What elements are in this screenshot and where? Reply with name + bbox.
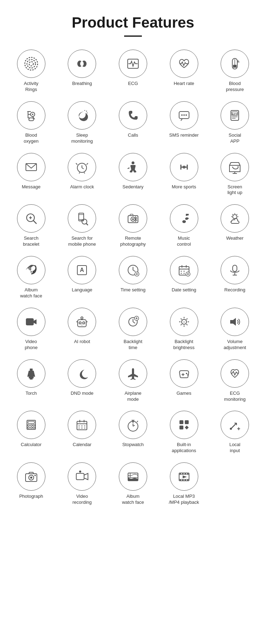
breathing-icon-circle	[68, 50, 96, 78]
weather-icon-circle	[221, 204, 249, 233]
search-mobile-phone-icon-circle	[68, 204, 96, 233]
svg-point-52	[132, 218, 134, 220]
page-title: Product Features	[72, 14, 194, 31]
svg-line-41	[33, 221, 37, 224]
svg-point-21	[185, 114, 187, 116]
feature-sms-reminder: SMS reminder	[160, 101, 208, 144]
calculator-label: Calculator	[21, 442, 42, 448]
feature-music-control: Musiccontrol	[160, 204, 208, 247]
svg-text:0: 0	[183, 321, 185, 323]
feature-ecg: ECG	[109, 50, 157, 93]
games-label: Games	[177, 391, 192, 397]
feature-airplane-mode: Airplanemode	[109, 359, 157, 403]
heart-rate-icon-circle	[170, 50, 198, 78]
feature-language: A Language	[58, 256, 106, 299]
sleep-monitoring-icon-circle	[68, 101, 96, 130]
video-recording-icon-circle	[68, 462, 96, 491]
features-grid: ActivityRings Breathing ECG	[7, 50, 259, 506]
svg-rect-144	[185, 420, 189, 424]
svg-rect-123	[28, 427, 29, 428]
weather-label: Weather	[226, 235, 244, 241]
feature-local-input: Localinput	[211, 411, 259, 454]
svg-rect-160	[180, 473, 181, 474]
ecg-label: ECG	[128, 81, 138, 87]
svg-rect-110	[30, 369, 33, 371]
svg-point-146	[230, 428, 232, 430]
screen-light-up-label: Screenlight up	[227, 184, 242, 196]
video-phone-label: Videophone	[25, 339, 38, 351]
feature-heart-rate: Heart rate	[160, 50, 208, 93]
svg-point-87	[83, 322, 85, 324]
recording-icon-circle	[221, 256, 249, 284]
music-control-label: Musiccontrol	[177, 235, 191, 247]
svg-rect-112	[29, 377, 34, 378]
feature-dnd-mode: DND mode	[58, 359, 106, 403]
svg-rect-143	[179, 420, 183, 424]
ecg-monitoring-icon-circle	[221, 359, 249, 388]
local-mp3-mp4-label: Local MP3/MP4 playback	[169, 494, 199, 506]
calendar-label: Calendar	[73, 442, 92, 448]
feature-games: Games	[160, 359, 208, 403]
ecg-icon-circle	[119, 50, 147, 78]
feature-album-watch-face-2: Albumwatch face	[109, 462, 157, 506]
album-watch-face-2-label: Albumwatch face	[122, 494, 144, 506]
feature-date-setting: Date setting	[160, 256, 208, 299]
alarm-clock-label: Alarm clock	[70, 184, 94, 190]
recording-label: Recording	[225, 287, 245, 293]
album-watch-face-2-icon-circle	[119, 462, 147, 491]
language-label: Language	[72, 287, 92, 293]
search-bracelet-label: Searchbracelet	[23, 235, 39, 247]
svg-point-89	[81, 317, 83, 319]
svg-line-95	[133, 322, 135, 323]
backlight-brightness-label: Backlightbrightness	[173, 339, 195, 351]
svg-rect-53	[130, 214, 133, 216]
local-input-icon-circle	[221, 411, 249, 439]
svg-line-67	[133, 270, 135, 272]
feature-ai-robot: AI robot	[58, 308, 106, 351]
svg-marker-111	[27, 371, 35, 377]
svg-point-19	[181, 114, 183, 116]
svg-rect-167	[187, 479, 188, 481]
svg-point-1	[27, 59, 35, 68]
calls-icon-circle	[119, 101, 147, 130]
feature-stopwatch: Stopwatch	[109, 411, 157, 454]
airplane-mode-icon-circle	[119, 359, 147, 388]
feature-calendar: Calendar	[58, 411, 106, 454]
svg-line-59	[232, 214, 233, 215]
feature-time-setting: Time setting	[109, 256, 157, 299]
svg-rect-153	[76, 473, 84, 480]
svg-rect-119	[28, 421, 34, 423]
svg-point-135	[84, 428, 85, 429]
remote-photography-icon-circle	[119, 204, 147, 233]
calls-label: Calls	[128, 132, 138, 138]
svg-point-117	[187, 374, 189, 376]
time-setting-label: Time setting	[121, 287, 145, 293]
breathing-label: Breathing	[72, 81, 92, 87]
social-app-label: SocialAPP	[228, 132, 241, 144]
svg-line-104	[181, 318, 182, 319]
feature-message: Message	[7, 153, 55, 196]
photograph-icon-circle	[17, 462, 45, 491]
svg-line-141	[137, 421, 138, 422]
photograph-label: Photograph	[19, 494, 43, 500]
svg-line-105	[186, 324, 187, 325]
volume-adjustment-label: Volumeadjustment	[223, 339, 246, 351]
sedentary-label: Sedentary	[122, 184, 143, 190]
feature-recording: Recording	[211, 256, 259, 299]
svg-point-33	[132, 161, 134, 164]
feature-video-phone: Videophone	[7, 308, 55, 351]
feature-video-recording: Videorecording	[58, 462, 106, 506]
svg-rect-121	[31, 424, 32, 426]
feature-search-mobile-phone: Search formobile phone	[58, 204, 106, 247]
feature-remote-photography: Remotephotography	[109, 204, 157, 247]
feature-backlight-time: Backlighttime	[109, 308, 157, 351]
svg-rect-124	[31, 427, 32, 428]
title-underline	[124, 35, 142, 37]
svg-point-49	[81, 220, 82, 221]
svg-text:A: A	[80, 267, 84, 273]
svg-point-20	[183, 114, 185, 116]
screen-light-up-icon-circle	[221, 153, 249, 181]
feature-calculator: Calculator	[7, 411, 55, 454]
message-icon-circle	[17, 153, 45, 181]
svg-point-80	[181, 273, 182, 274]
